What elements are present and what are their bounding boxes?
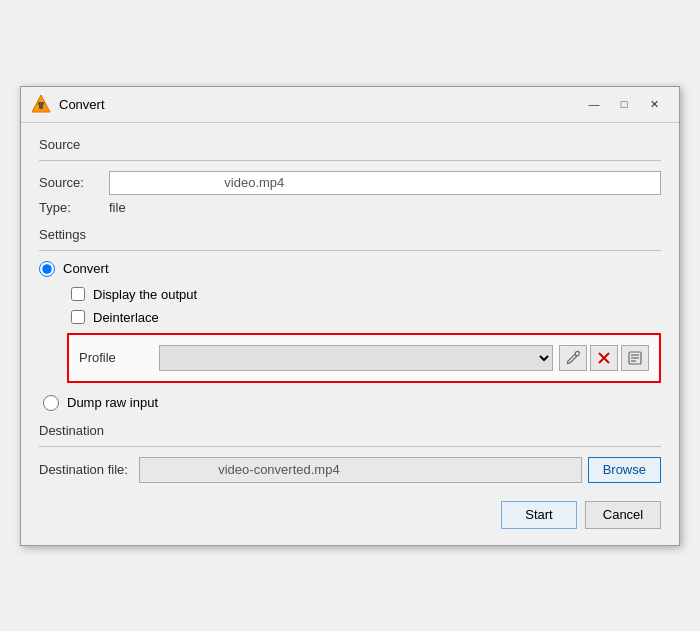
maximize-button[interactable]: □ [609, 92, 639, 116]
convert-options: Display the output Deinterlace Profile [39, 287, 661, 383]
window-title: Convert [59, 97, 579, 112]
settings-section: Settings Convert Display the output Dein… [39, 227, 661, 411]
source-heading: Source [39, 137, 661, 152]
minimize-button[interactable]: — [579, 92, 609, 116]
window-controls: — □ ✕ [579, 92, 669, 116]
dump-raw-row: Dump raw input [39, 395, 661, 411]
cancel-button[interactable]: Cancel [585, 501, 661, 529]
titlebar: Convert — □ ✕ [21, 87, 679, 123]
source-divider [39, 160, 661, 161]
destination-heading: Destination [39, 423, 661, 438]
profile-select-wrapper [159, 345, 553, 371]
source-row: Source: [39, 171, 661, 195]
svg-line-3 [575, 354, 578, 357]
settings-heading: Settings [39, 227, 661, 242]
delete-icon [597, 351, 611, 365]
convert-radio[interactable] [39, 261, 55, 277]
wrench-icon [565, 350, 581, 366]
profile-select[interactable] [159, 345, 553, 371]
destination-divider [39, 446, 661, 447]
source-label: Source: [39, 175, 109, 190]
edit-profile-button[interactable] [559, 345, 587, 371]
details-icon [627, 350, 643, 366]
main-window: Convert — □ ✕ Source Source: Type: file … [20, 86, 680, 546]
start-button[interactable]: Start [501, 501, 577, 529]
convert-radio-label[interactable]: Convert [63, 261, 109, 276]
destination-section: Destination Destination file: Browse [39, 423, 661, 483]
deinterlace-label[interactable]: Deinterlace [93, 310, 159, 325]
deinterlace-row: Deinterlace [67, 310, 661, 325]
dest-file-label: Destination file: [39, 462, 139, 477]
profile-details-button[interactable] [621, 345, 649, 371]
type-label: Type: [39, 200, 109, 215]
dump-radio[interactable] [43, 395, 59, 411]
display-output-label[interactable]: Display the output [93, 287, 197, 302]
close-button[interactable]: ✕ [639, 92, 669, 116]
dump-raw-label[interactable]: Dump raw input [67, 395, 158, 410]
profile-box: Profile [67, 333, 661, 383]
profile-label: Profile [79, 350, 159, 365]
type-value: file [109, 200, 126, 215]
delete-profile-button[interactable] [590, 345, 618, 371]
dialog-content: Source Source: Type: file Settings Conve… [21, 123, 679, 545]
display-output-row: Display the output [67, 287, 661, 302]
destination-row: Destination file: Browse [39, 457, 661, 483]
destination-input[interactable] [139, 457, 582, 483]
footer-buttons: Start Cancel [39, 501, 661, 529]
profile-buttons [559, 345, 649, 371]
svg-rect-2 [38, 102, 44, 105]
deinterlace-checkbox[interactable] [71, 310, 85, 324]
source-input[interactable] [109, 171, 661, 195]
settings-divider [39, 250, 661, 251]
vlc-icon [31, 94, 51, 114]
display-output-checkbox[interactable] [71, 287, 85, 301]
browse-button[interactable]: Browse [588, 457, 661, 483]
type-row: Type: file [39, 200, 661, 215]
convert-radio-row: Convert [39, 261, 661, 277]
